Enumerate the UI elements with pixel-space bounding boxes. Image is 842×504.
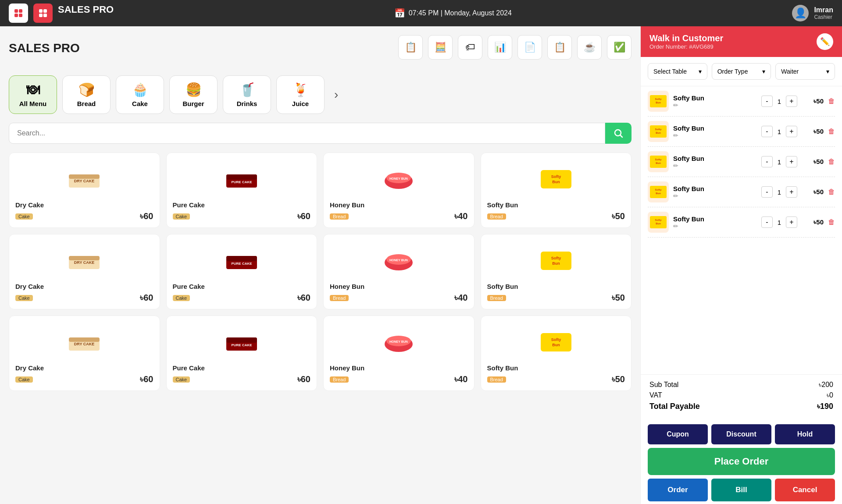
- category-burger[interactable]: 🍔 Burger: [169, 75, 218, 114]
- waiter-button[interactable]: Waiter ▾: [775, 63, 835, 80]
- user-details: Imran Cashier: [814, 6, 833, 20]
- product-card[interactable]: HONEY BUN Honey Bun Bread ৳40: [323, 316, 475, 391]
- qty-decrease-button[interactable]: -: [761, 156, 773, 167]
- svg-text:HONEY BUN: HONEY BUN: [389, 340, 408, 343]
- user-name: Imran: [814, 6, 833, 14]
- delete-item-button[interactable]: 🗑: [828, 97, 835, 105]
- toolbar-btn-4[interactable]: 📊: [488, 35, 512, 60]
- category-juice[interactable]: 🍹 Juice: [276, 75, 325, 114]
- qty-increase-button[interactable]: +: [786, 126, 797, 137]
- product-name: Honey Bun: [330, 201, 364, 209]
- toolbar-btn-6[interactable]: 📋: [547, 35, 572, 60]
- product-card[interactable]: PURE CAKE Pure Cake Cake ৳60: [166, 316, 318, 391]
- brand-title: SALES PRO: [58, 4, 114, 15]
- order-item-price: ৳50: [802, 97, 824, 105]
- product-card[interactable]: PURE CAKE Pure Cake Cake ৳60: [166, 234, 318, 309]
- svg-text:HONEY BUN: HONEY BUN: [389, 177, 408, 180]
- svg-text:Softy: Softy: [551, 256, 561, 260]
- back-button[interactable]: [9, 4, 28, 23]
- product-price: ৳50: [612, 374, 625, 384]
- category-bread-label: Bread: [77, 100, 96, 107]
- categories-next-button[interactable]: ›: [330, 75, 343, 114]
- right-panel: Walk in Customer Order Number: #AVG689 ✏…: [640, 26, 842, 504]
- toolbar-btn-5[interactable]: 📄: [517, 35, 542, 60]
- product-card[interactable]: Softy Bun Softy Bun Bread ৳50: [481, 316, 632, 391]
- product-image: PURE CAKE: [173, 241, 311, 280]
- order-item-price: ৳50: [802, 188, 824, 196]
- svg-rect-0: [14, 9, 18, 13]
- svg-text:Bun: Bun: [656, 162, 661, 164]
- product-card[interactable]: DRY CAKE Dry Cake Cake ৳60: [9, 153, 160, 228]
- product-row: Bread ৳40: [330, 293, 468, 303]
- product-tag: Cake: [15, 376, 33, 383]
- product-card[interactable]: Softy Bun Softy Bun Bread ৳50: [481, 153, 632, 228]
- product-card[interactable]: Softy Bun Softy Bun Bread ৳50: [481, 234, 632, 309]
- toolbar-btn-7[interactable]: ☕: [577, 35, 602, 60]
- svg-text:Bun: Bun: [552, 180, 560, 184]
- cancel-button[interactable]: Cancel: [775, 479, 835, 501]
- bill-button[interactable]: Bill: [711, 479, 771, 501]
- svg-rect-3: [19, 14, 22, 17]
- vat-row: VAT ৳0: [649, 391, 833, 399]
- grid-button[interactable]: [33, 4, 53, 23]
- hold-button[interactable]: Hold: [775, 424, 835, 444]
- product-card[interactable]: HONEY BUN Honey Bun Bread ৳40: [323, 234, 475, 309]
- toolbar-btn-3[interactable]: 🏷: [458, 35, 482, 60]
- order-item-edit-icon[interactable]: ✏: [673, 102, 757, 109]
- category-drinks[interactable]: 🥤 Drinks: [223, 75, 271, 114]
- edit-order-button[interactable]: ✏️: [817, 33, 833, 50]
- product-card[interactable]: PURE CAKE Pure Cake Cake ৳60: [166, 153, 318, 228]
- place-order-button[interactable]: Place Order: [648, 448, 835, 475]
- delete-item-button[interactable]: 🗑: [828, 188, 835, 196]
- product-card[interactable]: DRY CAKE Dry Cake Cake ৳60: [9, 234, 160, 309]
- qty-decrease-button[interactable]: -: [761, 186, 773, 198]
- toolbar-btn-2[interactable]: 🧮: [428, 35, 453, 60]
- bread-icon: 🍞: [78, 82, 95, 97]
- product-card[interactable]: HONEY BUN Honey Bun Bread ৳40: [323, 153, 475, 228]
- product-name: Pure Cake: [173, 364, 205, 372]
- order-item-image: Softy Bun: [648, 91, 669, 112]
- order-item-edit-icon[interactable]: ✏: [673, 132, 757, 139]
- order-type-button[interactable]: Order Type ▾: [712, 63, 771, 80]
- product-row: Cake ৳60: [15, 211, 153, 221]
- order-button[interactable]: Order: [648, 479, 708, 501]
- product-image: DRY CAKE: [15, 159, 153, 199]
- delete-item-button[interactable]: 🗑: [828, 158, 835, 166]
- order-item-edit-icon[interactable]: ✏: [673, 223, 757, 230]
- category-bread[interactable]: 🍞 Bread: [62, 75, 111, 114]
- qty-decrease-button[interactable]: -: [761, 126, 773, 137]
- select-table-button[interactable]: Select Table ▾: [648, 63, 707, 80]
- product-tag: Bread: [487, 295, 506, 301]
- qty-decrease-button[interactable]: -: [761, 217, 773, 228]
- order-item-image: Softy Bun: [648, 212, 669, 233]
- qty-decrease-button[interactable]: -: [761, 96, 773, 107]
- product-row: Bread ৳50: [487, 374, 625, 384]
- coupon-button[interactable]: Cupon: [648, 424, 708, 444]
- category-burger-label: Burger: [182, 100, 204, 107]
- product-price: ৳50: [612, 293, 625, 303]
- product-row: Bread ৳50: [487, 293, 625, 303]
- qty-increase-button[interactable]: +: [786, 156, 797, 167]
- order-item-edit-icon[interactable]: ✏: [673, 192, 757, 199]
- products-grid: DRY CAKE Dry Cake Cake ৳60 PURE CAKE Pur…: [9, 153, 632, 391]
- search-input[interactable]: [9, 123, 605, 144]
- search-button[interactable]: [605, 123, 632, 144]
- order-item-edit-icon[interactable]: ✏: [673, 162, 757, 169]
- category-cake[interactable]: 🧁 Cake: [116, 75, 164, 114]
- product-card[interactable]: DRY CAKE Dry Cake Cake ৳60: [9, 316, 160, 391]
- delete-item-button[interactable]: 🗑: [828, 128, 835, 135]
- qty-increase-button[interactable]: +: [786, 217, 797, 228]
- svg-text:Softy: Softy: [655, 128, 662, 131]
- order-number: Order Number: #AVG689: [649, 43, 723, 50]
- toolbar-btn-1[interactable]: 📋: [398, 35, 423, 60]
- waiter-label: Waiter: [781, 68, 799, 75]
- toolbar-btn-8[interactable]: ✅: [607, 35, 632, 60]
- category-all[interactable]: 🍽 All Menu: [9, 75, 57, 114]
- qty-increase-button[interactable]: +: [786, 186, 797, 198]
- product-price: ৳60: [297, 211, 310, 221]
- delete-item-button[interactable]: 🗑: [828, 218, 835, 226]
- discount-button[interactable]: Discount: [711, 424, 771, 444]
- all-menu-icon: 🍽: [26, 82, 39, 97]
- product-price: ৳60: [140, 374, 153, 384]
- qty-increase-button[interactable]: +: [786, 96, 797, 107]
